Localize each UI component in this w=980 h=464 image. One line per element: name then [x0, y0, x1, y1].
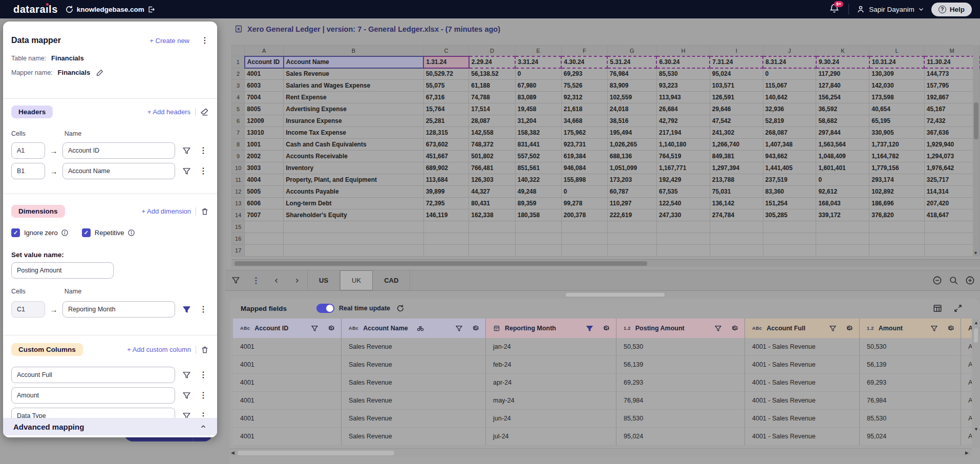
sheet-cell[interactable]: 195,494	[607, 127, 656, 139]
sheet-cell[interactable]: 89,359	[515, 198, 561, 209]
sheet-cell[interactable]: 117,290	[816, 68, 869, 80]
custom-column-input[interactable]: Account Full	[11, 367, 175, 383]
mapped-cell[interactable]: Sales Revenue	[342, 410, 486, 428]
tab-scroll-right[interactable]	[287, 270, 307, 290]
sheet-cell[interactable]: 126,591	[710, 92, 763, 103]
mapped-cell[interactable]: Sales Revenue	[342, 374, 486, 392]
cell-ref-input[interactable]: A1	[11, 142, 45, 159]
sheet-cell[interactable]: 103,571	[710, 80, 763, 92]
sheet-cell[interactable]: 241,302	[710, 127, 763, 139]
sheet-cell[interactable]: 180,358	[515, 209, 561, 221]
sheet-cell[interactable]: 451,667	[423, 151, 469, 162]
sheet-cell[interactable]	[656, 233, 710, 245]
sheet-cell[interactable]: 192,867	[924, 92, 979, 103]
refresh-icon[interactable]	[396, 304, 404, 312]
sheet-cell[interactable]	[869, 245, 925, 257]
column-settings-gear-icon[interactable]	[602, 324, 610, 332]
table-view-icon[interactable]	[933, 304, 942, 313]
sheet-cell[interactable]: 1,297,394	[710, 162, 763, 174]
add-custom-column-button[interactable]: + Add custom column	[127, 346, 191, 353]
sheet-cell[interactable]: Account Name	[284, 56, 423, 68]
scrollbar-thumb[interactable]	[235, 261, 647, 266]
sheet-cell[interactable]: 1,294,073	[924, 151, 979, 162]
row-filter-icon[interactable]	[182, 146, 191, 155]
sheet-cell[interactable]: 325,717	[924, 174, 979, 186]
trash-icon[interactable]	[201, 346, 209, 354]
sheet-cell[interactable]: 157,795	[924, 80, 979, 92]
sheet-cell[interactable]: 4004	[245, 174, 284, 186]
sheet-cell[interactable]: 61,188	[469, 80, 516, 92]
sheet-cell[interactable]: 173,203	[607, 174, 656, 186]
sheet-cell[interactable]	[561, 245, 607, 257]
sheet-cell[interactable]: 1.31.24	[423, 56, 469, 68]
row-menu-kebab[interactable]: ⋮	[199, 305, 207, 313]
sheet-cell[interactable]: 851,561	[515, 162, 561, 174]
sheet-cell[interactable]: 0	[763, 68, 816, 80]
sheet-cell[interactable]: 17,514	[469, 103, 516, 115]
sheet-cell[interactable]: 1,737,120	[869, 139, 925, 151]
sheet-cell[interactable]: 158,382	[515, 127, 561, 139]
sheet-cell[interactable]: 140,642	[763, 92, 816, 103]
mapped-cell[interactable]: 4001	[233, 338, 342, 356]
sheet-cell[interactable]: 1,779,156	[869, 162, 925, 174]
sheet-cell[interactable]: 67,535	[656, 186, 710, 198]
set-value-name-input[interactable]: Posting Amount	[11, 262, 114, 279]
sheet-column-letter[interactable]: M	[924, 46, 979, 56]
sheet-cell[interactable]: 85,530	[656, 68, 710, 80]
sheet-cell[interactable]: 293,174	[869, 174, 925, 186]
sheet-cell[interactable]	[763, 221, 816, 233]
sheet-cell[interactable]: Insurance Expense	[284, 115, 423, 127]
row-filter-icon[interactable]	[182, 391, 191, 400]
sheet-cell[interactable]: 207,420	[924, 198, 979, 209]
sheet-tab-uk[interactable]: UK	[340, 270, 373, 290]
sheet-menu-kebab[interactable]: ⋮	[246, 270, 266, 290]
sheet-cell[interactable]: 2.29.24	[469, 56, 516, 68]
sheet-cell[interactable]: 56,138.52	[469, 68, 516, 80]
sheet-cell[interactable]: 946,084	[561, 162, 607, 174]
sheet-cell[interactable]: 80,431	[469, 198, 516, 209]
sheet-cell[interactable]: 173,598	[869, 92, 925, 103]
sheet-cell[interactable]: 24,018	[607, 103, 656, 115]
sheet-cell[interactable]	[816, 221, 869, 233]
sheet-cell[interactable]: 95,024	[710, 68, 763, 80]
sheet-cell[interactable]: 25,281	[423, 115, 469, 127]
sheet-cell[interactable]: 7.31.24	[710, 56, 763, 68]
mapped-cell[interactable]: Sales Revenue	[342, 392, 486, 410]
cell-ref-input[interactable]: C1	[11, 301, 45, 318]
sheet-cell[interactable]: 31,204	[515, 115, 561, 127]
sheet-cell[interactable]: 8005	[245, 103, 284, 115]
sheet-cell[interactable]: 19,458	[515, 103, 561, 115]
sheet-cell[interactable]: 7007	[245, 209, 284, 221]
sheet-column-letter[interactable]: J	[763, 46, 816, 56]
mapped-cell[interactable]: 69,293	[860, 374, 961, 392]
mapped-cell[interactable]: jun-24	[486, 410, 616, 428]
filter-icon[interactable]	[225, 270, 246, 290]
sheet-cell[interactable]: 29,646	[710, 103, 763, 115]
column-filter-icon[interactable]	[829, 325, 837, 332]
sheet-column-letter[interactable]: H	[656, 46, 710, 56]
sheet-cell[interactable]	[469, 233, 516, 245]
sheet-cell[interactable]: 110,297	[607, 198, 656, 209]
sheet-cell[interactable]: Rent Expense	[284, 92, 423, 103]
sheet-tab-cad[interactable]: CAD	[373, 270, 410, 290]
sheet-cell[interactable]: 155,898	[561, 174, 607, 186]
mapped-cell[interactable]: jul-24	[486, 428, 616, 446]
sheet-cell[interactable]	[656, 221, 710, 233]
add-headers-button[interactable]: + Add headers	[147, 108, 190, 116]
column-settings-gear-icon[interactable]	[845, 324, 853, 332]
sheet-cell[interactable]: 3.31.24	[515, 56, 561, 68]
sheet-cell[interactable]: 122,540	[656, 198, 710, 209]
sheet-cell[interactable]: 44,327	[469, 186, 516, 198]
zoom-out-icon[interactable]	[932, 276, 942, 285]
sheet-cell[interactable]: 4001	[245, 68, 284, 80]
row-menu-kebab[interactable]: ⋮	[199, 371, 207, 379]
sheet-cell[interactable]: 6006	[245, 198, 284, 209]
sheet-cell[interactable]: Advertising Expense	[284, 103, 423, 115]
eraser-icon[interactable]	[200, 108, 209, 116]
sheet-cell[interactable]	[763, 233, 816, 245]
sheet-row-number[interactable]: 6	[232, 115, 245, 127]
sheet-cell[interactable]: 142,030	[869, 80, 925, 92]
sheet-cell[interactable]: 151,254	[763, 198, 816, 209]
mapped-cell[interactable]: may-24	[486, 392, 616, 410]
sheet-cell[interactable]: 102,892	[869, 186, 925, 198]
